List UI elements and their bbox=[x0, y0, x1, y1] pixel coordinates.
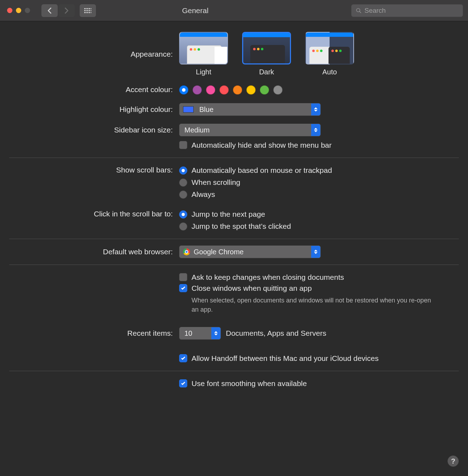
font-smoothing-label: Use font smoothing when available bbox=[192, 379, 307, 389]
checkbox-box bbox=[179, 141, 187, 149]
recent-items-select[interactable]: 10 bbox=[179, 327, 221, 340]
sidebar-icon-size-value: Medium bbox=[179, 126, 320, 134]
checkbox-box bbox=[179, 354, 187, 362]
handoff-label: Allow Handoff between this Mac and your … bbox=[192, 353, 378, 363]
appearance-option-label: Auto bbox=[322, 68, 337, 76]
appearance-option-light[interactable]: Light bbox=[179, 32, 228, 76]
highlight-colour-value: Blue bbox=[197, 106, 320, 114]
accent-swatch-yellow[interactable] bbox=[246, 85, 256, 95]
accent-swatch-graphite[interactable] bbox=[273, 85, 282, 95]
svg-line-13 bbox=[359, 11, 361, 13]
autohide-menubar-checkbox[interactable]: Automatically hide and show the menu bar bbox=[179, 140, 459, 150]
appearance-option-label: Dark bbox=[259, 68, 274, 76]
accent-swatch-orange[interactable] bbox=[233, 85, 242, 95]
handoff-checkbox[interactable]: Allow Handoff between this Mac and your … bbox=[179, 353, 459, 363]
checkbox-box bbox=[179, 273, 187, 281]
scrollbars-radio-label: Automatically based on mouse or trackpad bbox=[192, 164, 332, 176]
highlight-colour-select[interactable]: Blue bbox=[179, 103, 321, 116]
recent-items-label: Recent items: bbox=[9, 328, 179, 339]
accent-swatch-purple[interactable] bbox=[193, 85, 202, 95]
sidebar-icon-size-select[interactable]: Medium bbox=[179, 124, 321, 136]
radio-dot bbox=[179, 178, 187, 187]
scrollbars-radio-always[interactable]: Always bbox=[179, 188, 459, 200]
radio-dot bbox=[179, 210, 187, 219]
separator bbox=[9, 158, 459, 158]
close-windows-quitting-checkbox[interactable]: Close windows when quitting an app bbox=[179, 283, 459, 293]
separator bbox=[9, 265, 459, 265]
accent-swatch-red[interactable] bbox=[219, 85, 229, 95]
window-title: General bbox=[44, 6, 346, 15]
accent-colour-label: Accent colour: bbox=[9, 84, 179, 95]
search-icon bbox=[356, 7, 361, 14]
scrollbars-radio-label: When scrolling bbox=[192, 176, 240, 188]
appearance-options: Light Dark Auto bbox=[179, 32, 459, 76]
scrollclick-radio-nextpage[interactable]: Jump to the next page bbox=[179, 208, 459, 220]
appearance-option-auto[interactable]: Auto bbox=[305, 32, 354, 76]
sidebar-icon-size-label: Sidebar icon size: bbox=[9, 124, 179, 136]
ask-keep-changes-label: Ask to keep changes when closing documen… bbox=[192, 272, 344, 282]
highlight-swatch-icon bbox=[183, 106, 194, 113]
search-field-wrap[interactable] bbox=[351, 4, 463, 17]
checkbox-box bbox=[179, 284, 187, 292]
show-scrollbars-label: Show scroll bars: bbox=[9, 164, 179, 176]
appearance-thumb-light bbox=[179, 32, 228, 64]
ask-keep-changes-checkbox[interactable]: Ask to keep changes when closing documen… bbox=[179, 272, 459, 282]
recent-items-suffix: Documents, Apps and Servers bbox=[226, 329, 326, 338]
autohide-menubar-label: Automatically hide and show the menu bar bbox=[192, 140, 332, 150]
close-windows-quitting-label: Close windows when quitting an app bbox=[192, 283, 312, 293]
accent-colour-picker bbox=[179, 85, 459, 95]
highlight-colour-label: Highlight colour: bbox=[9, 104, 179, 115]
scrollbars-radio-label: Always bbox=[192, 188, 215, 200]
scrollclick-radio-label: Jump to the spot that’s clicked bbox=[192, 220, 291, 232]
default-browser-select[interactable]: Google Chrome bbox=[179, 245, 321, 258]
scrollclick-radio-label: Jump to the next page bbox=[192, 208, 265, 220]
appearance-thumb-auto bbox=[305, 32, 354, 64]
scrollbars-radio-auto[interactable]: Automatically based on mouse or trackpad bbox=[179, 164, 459, 176]
chevron-updown-icon bbox=[311, 124, 320, 136]
zoom-window-button bbox=[25, 8, 30, 13]
close-window-button[interactable] bbox=[7, 8, 12, 13]
checkbox-box bbox=[179, 379, 187, 387]
search-input[interactable] bbox=[364, 7, 458, 15]
font-smoothing-checkbox[interactable]: Use font smoothing when available bbox=[179, 379, 459, 389]
default-browser-label: Default web browser: bbox=[9, 246, 179, 257]
radio-dot bbox=[179, 191, 187, 199]
appearance-option-dark[interactable]: Dark bbox=[242, 32, 291, 76]
appearance-thumb-dark bbox=[242, 32, 291, 64]
titlebar: General bbox=[0, 0, 468, 21]
default-browser-value: Google Chrome bbox=[190, 248, 320, 256]
accent-swatch-pink[interactable] bbox=[206, 85, 215, 95]
separator bbox=[9, 371, 459, 371]
scrollclick-label: Click in the scroll bar to: bbox=[9, 208, 179, 220]
chrome-icon bbox=[183, 248, 190, 255]
traffic-lights bbox=[7, 8, 30, 13]
chevron-updown-icon bbox=[311, 246, 320, 258]
chevron-updown-icon bbox=[211, 327, 221, 339]
appearance-option-label: Light bbox=[196, 68, 211, 76]
minimize-window-button[interactable] bbox=[16, 8, 21, 13]
separator bbox=[9, 239, 459, 239]
scrollclick-radio-spot[interactable]: Jump to the spot that’s clicked bbox=[179, 220, 459, 232]
scrollbars-radio-scrolling[interactable]: When scrolling bbox=[179, 176, 459, 188]
chevron-updown-icon bbox=[311, 103, 320, 115]
accent-swatch-blue[interactable] bbox=[179, 85, 188, 95]
radio-dot bbox=[179, 222, 187, 231]
appearance-label: Appearance: bbox=[9, 49, 179, 60]
accent-swatch-green[interactable] bbox=[260, 85, 269, 95]
close-windows-quitting-subtext: When selected, open documents and window… bbox=[179, 294, 434, 314]
help-button[interactable]: ? bbox=[447, 455, 459, 467]
radio-dot bbox=[179, 166, 187, 175]
